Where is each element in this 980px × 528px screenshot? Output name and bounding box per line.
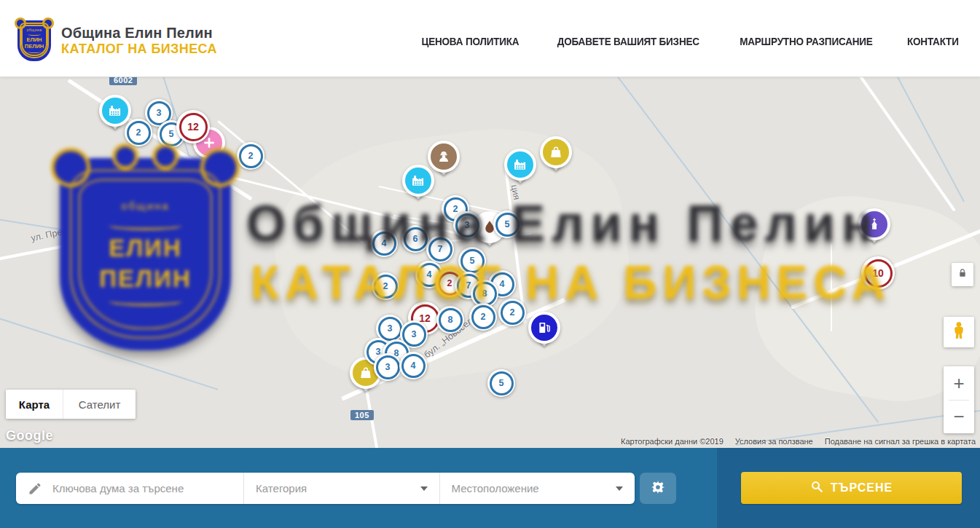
- zoom-control: + −: [944, 366, 974, 433]
- map-pin-factory[interactable]: [504, 149, 536, 191]
- map-cluster[interactable]: 12: [176, 110, 210, 143]
- cluster-count: 4: [372, 232, 396, 256]
- zoom-out-button[interactable]: −: [944, 401, 974, 434]
- map-cluster[interactable]: 4: [399, 352, 427, 379]
- map-cluster[interactable]: 2: [125, 119, 152, 146]
- cluster-count: 3: [376, 355, 400, 379]
- maptype-satellite-button[interactable]: Сателит: [63, 390, 136, 419]
- map-cluster[interactable]: 6: [401, 225, 429, 253]
- site-title: Община Елин Пелин: [61, 25, 217, 42]
- crest-name-2: ПЕЛИН: [25, 43, 44, 50]
- bag-icon: [549, 145, 563, 159]
- cluster-count: 8: [439, 308, 463, 332]
- cluster-count: 12: [179, 113, 208, 141]
- cluster-count: 2: [471, 305, 495, 329]
- search-fields-group: Категория Местоположение: [16, 473, 635, 504]
- pencil-icon: [28, 481, 42, 496]
- site-subtitle: КАТАЛОГ НА БИЗНЕСА: [61, 42, 217, 57]
- factory-icon: [108, 103, 122, 118]
- lock-icon: [957, 267, 968, 282]
- cluster-count: 2: [374, 275, 398, 299]
- factory-icon: [513, 157, 528, 172]
- nav-item-contacts[interactable]: КОНТАКТИ: [907, 35, 959, 47]
- cluster-count: 2: [127, 121, 151, 145]
- chevron-down-icon: [616, 486, 623, 491]
- search-bar: Категория Местоположение ТЪРСЕНЕ: [0, 448, 980, 528]
- map-canvas[interactable]: 6002105ул. Преславбул. „Новоселция 32512…: [0, 76, 980, 448]
- cluster-count: 3: [378, 317, 402, 341]
- main-nav: ЦЕНОВА ПОЛИТИКА ДОБАВЕТЕ ВАШИЯТ БИЗНЕС М…: [416, 35, 962, 47]
- google-logo[interactable]: Google: [6, 428, 53, 444]
- map-cluster[interactable]: 5: [458, 247, 486, 275]
- category-select[interactable]: Категория: [243, 473, 439, 504]
- map-pin-church[interactable]: [858, 208, 890, 251]
- brand[interactable]: община ЕЛИН ПЕЛИН Община Елин Пелин КАТА…: [17, 20, 217, 61]
- church-icon: [867, 217, 882, 232]
- cluster-count: 5: [495, 213, 520, 237]
- cluster-count: 4: [401, 354, 426, 378]
- keyword-field: [16, 473, 243, 504]
- location-select[interactable]: Местоположение: [439, 473, 635, 504]
- zoom-in-button[interactable]: +: [944, 366, 974, 400]
- search-button[interactable]: ТЪРСЕНЕ: [741, 472, 962, 504]
- map-cluster[interactable]: 2: [237, 142, 264, 170]
- map-cluster[interactable]: 2: [498, 299, 526, 326]
- cluster-count: 5: [490, 371, 514, 395]
- search-button-label: ТЪРСЕНЕ: [831, 481, 893, 494]
- map-copyright: Картографски данни ©2019: [621, 437, 724, 446]
- map-pin-bag[interactable]: [540, 136, 572, 178]
- pegman-control[interactable]: [944, 317, 974, 347]
- cluster-count: 2: [239, 144, 263, 168]
- advanced-options-button[interactable]: [640, 473, 676, 504]
- category-select-label: Категория: [256, 482, 307, 494]
- maptype-control: Карта Сателит: [6, 390, 136, 419]
- nav-item-add-business[interactable]: ДОБАВЕТЕ ВАШИЯТ БИЗНЕС: [557, 35, 699, 47]
- terms-link[interactable]: Условия за ползване: [735, 437, 813, 446]
- map-pin-fuel[interactable]: [528, 312, 560, 354]
- map-markers-layer: 325122235647542274812822333834510: [0, 76, 980, 448]
- map-cluster[interactable]: 2: [469, 303, 497, 331]
- map-attribution: Картографски данни ©2019 Условия за полз…: [621, 437, 976, 446]
- map-cluster[interactable]: 2: [372, 272, 399, 300]
- nav-item-route-schedule[interactable]: МАРШРУТНО РАЗПИСАНИЕ: [740, 35, 872, 47]
- worker-icon: [436, 149, 451, 164]
- report-error-link[interactable]: Подаване на сигнал за грешка в картата: [825, 437, 976, 446]
- cluster-count: 6: [404, 227, 428, 251]
- crest-top-text: община: [26, 28, 42, 32]
- search-icon: [810, 480, 823, 496]
- maptype-map-button[interactable]: Карта: [6, 390, 63, 419]
- gear-icon: [650, 479, 666, 497]
- factory-icon: [411, 173, 426, 188]
- cluster-count: 8: [473, 282, 497, 306]
- map-cluster[interactable]: 4: [370, 229, 398, 257]
- map-cluster[interactable]: 8: [436, 306, 464, 334]
- map-cluster[interactable]: 3: [374, 353, 401, 381]
- bag-icon: [358, 366, 373, 380]
- cluster-count: 2: [501, 301, 525, 325]
- cluster-count: 5: [460, 249, 485, 273]
- nav-item-pricing[interactable]: ЦЕНОВА ПОЛИТИКА: [422, 35, 520, 47]
- cluster-count: 3: [455, 213, 479, 237]
- map-cluster[interactable]: 3: [453, 211, 481, 239]
- map-cluster[interactable]: 7: [426, 235, 454, 263]
- municipality-crest-logo: община ЕЛИН ПЕЛИН: [17, 20, 51, 61]
- map-cluster[interactable]: 5: [487, 369, 515, 397]
- pegman-icon: [949, 320, 969, 344]
- map-pin-factory[interactable]: [402, 165, 434, 207]
- chevron-down-icon: [420, 486, 428, 491]
- lock-button[interactable]: [952, 263, 973, 286]
- fuel-icon: [537, 320, 552, 335]
- location-select-label: Местоположение: [452, 482, 539, 494]
- header: община ЕЛИН ПЕЛИН Община Елин Пелин КАТА…: [0, 0, 980, 77]
- cluster-count: 10: [864, 259, 893, 288]
- keyword-search-input[interactable]: [51, 481, 243, 495]
- map-cluster[interactable]: 5: [493, 210, 521, 238]
- crest-name-1: ЕЛИН: [26, 36, 42, 43]
- map-cluster[interactable]: 10: [861, 256, 895, 290]
- page: община ЕЛИН ПЕЛИН Община Елин Пелин КАТА…: [0, 0, 980, 528]
- cluster-count: 7: [428, 237, 452, 261]
